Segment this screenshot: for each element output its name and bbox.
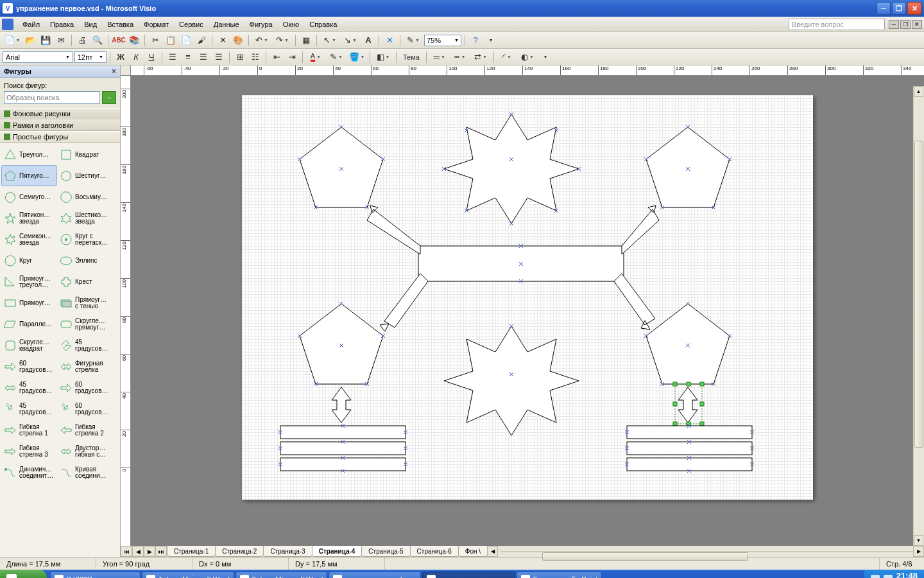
stencil-category[interactable]: Простые фигуры <box>0 131 120 143</box>
star-shape[interactable] <box>444 324 579 435</box>
connector-arrow[interactable] <box>622 206 659 254</box>
drawing-page[interactable] <box>242 95 813 500</box>
vertical-ruler[interactable]: 200180160140120100806040200 <box>121 76 131 546</box>
table-rows[interactable] <box>625 424 754 473</box>
underline-button[interactable]: Ч <box>144 50 158 64</box>
taskbar-item[interactable]: текст на печать.doc… <box>329 572 421 578</box>
ruler-origin[interactable] <box>121 66 131 76</box>
shape-stencil-item[interactable]: Пятикон… звезда <box>1 207 57 229</box>
shape-stencil-item[interactable]: Эллипс <box>57 250 113 271</box>
shape-stencil-item[interactable]: 60 градусов… <box>57 398 113 419</box>
shape-stencil-item[interactable]: 60 градусов… <box>1 356 57 377</box>
paste-button[interactable]: 📄 <box>179 33 193 48</box>
shape-stencil-item[interactable]: Скругле… квадрат <box>1 335 57 356</box>
minimize-button[interactable]: ─ <box>877 2 891 15</box>
shape-stencil-item[interactable]: Динамич… соединит… <box>1 462 57 483</box>
page-tab[interactable]: Фон \ <box>458 546 488 557</box>
mdi-restore-button[interactable]: ❐ <box>900 20 911 29</box>
shape-stencil-item[interactable]: Квадрат <box>57 144 113 165</box>
close-button[interactable]: ✕ <box>907 2 921 15</box>
sidebar-close-button[interactable]: × <box>112 67 116 76</box>
taskbar-item[interactable]: Безымянный - Paint <box>517 572 603 578</box>
shape-stencil-item[interactable]: Паралле… <box>1 313 57 335</box>
format-painter-button[interactable]: 🖌 <box>194 33 209 48</box>
help-search-input[interactable]: Введите вопрос <box>789 19 885 30</box>
menu-item[interactable]: Вставка <box>102 19 139 30</box>
shape-stencil-item[interactable]: Круг <box>1 250 57 271</box>
shape-stencil-item[interactable]: Гибкая стрелка 3 <box>1 441 57 462</box>
shape-stencil-item[interactable]: Восьмиу… <box>57 186 113 207</box>
shape-stencil-item[interactable]: Гибкая стрелка 2 <box>57 419 113 441</box>
tray-icon[interactable] <box>884 575 893 578</box>
scroll-left-button[interactable]: ◀ <box>487 546 498 557</box>
shape-stencil-item[interactable]: Треугол… <box>1 144 57 165</box>
toolbar-options-2-button[interactable]: ▾ <box>538 50 552 64</box>
stencil-category[interactable]: Рамки и заголовки <box>0 119 120 131</box>
shape-stencil-item[interactable]: Скругле… прямоуг… <box>57 313 113 335</box>
shape-stencil-item[interactable]: Прямоуг… <box>1 292 57 313</box>
ink-button[interactable]: ✎▼ <box>404 33 423 48</box>
align-right-button[interactable]: ☰ <box>196 50 210 64</box>
shapes-list[interactable]: Треугол…КвадратПятиуго…Шестиуг…Семиуго…В… <box>0 143 120 557</box>
shape-stencil-item[interactable]: Семиуго… <box>1 186 57 207</box>
toolbar-options-button[interactable]: ▾ <box>484 33 498 48</box>
font-name-combo[interactable]: Arial▼ <box>3 51 73 63</box>
new-button[interactable]: 📄▼ <box>3 33 22 48</box>
shape-stencil-item[interactable]: Прямоуг… треугол… <box>1 271 57 292</box>
pentagon-shape[interactable] <box>644 125 732 209</box>
cut-button[interactable]: ✂ <box>148 33 162 48</box>
bullets-button[interactable]: ☷ <box>248 50 262 64</box>
pentagon-shape[interactable] <box>298 125 385 209</box>
horizontal-ruler[interactable]: -60-40-200204060801001201401601802002202… <box>131 66 924 76</box>
increase-indent-button[interactable]: ⇥ <box>285 50 299 64</box>
shape-stencil-item[interactable]: Кривая соедини… <box>57 462 113 483</box>
shape-stencil-item[interactable]: 45 градусов… <box>1 377 57 398</box>
connector-arrow[interactable] <box>380 274 428 331</box>
shape-stencil-item[interactable]: 60 градусов… <box>57 377 113 398</box>
horizontal-scrollbar[interactable] <box>501 551 913 552</box>
star-shape[interactable] <box>442 112 581 225</box>
connection-point-button[interactable]: ✕ <box>382 33 397 48</box>
page-tab[interactable]: Страница-3 <box>263 546 312 557</box>
zoom-combo[interactable]: 75%▼ <box>424 35 461 46</box>
updown-arrow-shape[interactable] <box>332 387 351 423</box>
line-ends-button[interactable]: ⇄▼ <box>471 50 490 64</box>
distribute-button[interactable]: ⊞ <box>233 50 247 64</box>
line-pattern-button[interactable]: ┅▼ <box>450 50 470 64</box>
menu-item[interactable]: Справка <box>304 19 342 30</box>
transparency-button[interactable]: ◐▼ <box>518 50 537 64</box>
spellcheck-button[interactable]: ABC <box>112 33 126 48</box>
decrease-indent-button[interactable]: ⇤ <box>270 50 284 64</box>
line-weight-button[interactable]: ═▼ <box>430 50 449 64</box>
prev-page-button[interactable]: ◀ <box>132 546 144 557</box>
line-color-button[interactable]: ✎▼ <box>327 50 346 64</box>
email-button[interactable]: ✉ <box>54 33 68 48</box>
last-page-button[interactable]: ⏭ <box>155 546 167 557</box>
connector-tool-button[interactable]: ↘▼ <box>341 33 360 48</box>
drawing-shapes[interactable] <box>242 95 813 500</box>
redo-button[interactable]: ↷▼ <box>273 33 292 48</box>
shape-stencil-item[interactable]: Круг с перетаск… <box>57 229 113 250</box>
align-justify-button[interactable]: ☰ <box>212 50 226 64</box>
font-color-button[interactable]: A▼ <box>306 50 325 64</box>
theme-button[interactable]: Тема <box>400 50 423 64</box>
shape-stencil-item[interactable]: Шестиуг… <box>57 165 113 186</box>
menu-item[interactable]: Формат <box>139 19 174 30</box>
pointer-tool-button[interactable]: ↖▼ <box>320 33 339 48</box>
search-go-button[interactable]: → <box>102 91 116 104</box>
first-page-button[interactable]: ⏮ <box>121 546 132 557</box>
rectangle-shape[interactable] <box>416 244 626 283</box>
shape-stencil-item[interactable]: Гибкая стрелка 1 <box>1 419 57 441</box>
system-tray[interactable]: 21:48 Вт <box>864 570 924 578</box>
scroll-right-button[interactable]: ▶ <box>913 546 924 557</box>
font-size-combo[interactable]: 12пт▼ <box>74 51 107 63</box>
print-preview-button[interactable]: 🔍 <box>90 33 105 48</box>
research-button[interactable]: 📚 <box>127 33 141 48</box>
menu-item[interactable]: Вид <box>79 19 102 30</box>
taskbar-item[interactable]: 2.doc - Microsoft Word <box>235 572 327 578</box>
connector-arrow[interactable] <box>367 206 420 254</box>
page-tab[interactable]: Страница-1 <box>167 546 216 557</box>
copy-button[interactable]: 📋 <box>164 33 178 48</box>
shadow-button[interactable]: ◧▼ <box>373 50 393 64</box>
menu-item[interactable]: Правка <box>45 19 79 30</box>
